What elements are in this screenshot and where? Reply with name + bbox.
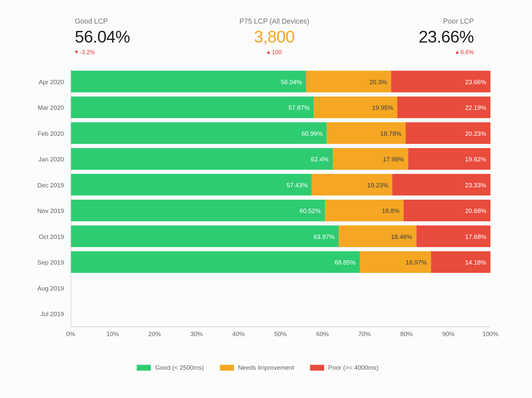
stacked-bar: 62.4%17.98%19.62% bbox=[71, 148, 490, 170]
metric-p75-lcp: P75 LCP (All Devices) 3,800 100 bbox=[239, 18, 309, 56]
x-axis-tick: 60% bbox=[316, 330, 329, 337]
x-axis-tick: 100% bbox=[482, 330, 498, 337]
bar-segment-needs: 20.3% bbox=[306, 71, 391, 93]
bar-segment-poor: 19.62% bbox=[408, 148, 490, 170]
y-axis-label: Jul 2019 bbox=[25, 301, 71, 327]
legend-item-poor: Poor (>= 4000ms) bbox=[310, 364, 378, 371]
arrow-up-icon bbox=[456, 51, 459, 54]
bar-segment-poor: 14.18% bbox=[431, 251, 490, 273]
bar-segment-poor: 22.19% bbox=[397, 97, 490, 118]
metric-delta: 6.6% bbox=[456, 49, 474, 55]
bar-segment-needs: 16.97% bbox=[360, 251, 431, 273]
bar-segment-poor: 20.68% bbox=[404, 200, 490, 221]
y-axis-labels: Apr 2020Mar 2020Feb 2020Jan 2020Dec 2019… bbox=[25, 69, 71, 326]
x-axis-tick: 70% bbox=[358, 330, 371, 337]
x-axis: 0%10%20%30%40%50%60%70%80%90%100% bbox=[71, 326, 491, 339]
metric-value: 23.66% bbox=[419, 28, 474, 46]
x-axis-tick: 30% bbox=[190, 330, 203, 337]
metric-delta: -3.2% bbox=[75, 49, 95, 55]
bar-row: 60.99%18.78%20.23% bbox=[71, 120, 490, 146]
x-axis-tick: 50% bbox=[274, 330, 287, 337]
y-axis-label: Aug 2019 bbox=[25, 275, 71, 301]
stacked-bar: 68.85%16.97%14.18% bbox=[71, 251, 490, 273]
bar-segment-good: 57.87% bbox=[71, 97, 314, 118]
x-axis-tick: 90% bbox=[442, 330, 455, 337]
chart-bars: 56.04%20.3%23.66%57.87%19.95%22.19%60.99… bbox=[71, 69, 491, 326]
lcp-stacked-bar-chart: Apr 2020Mar 2020Feb 2020Jan 2020Dec 2019… bbox=[25, 69, 490, 371]
bar-segment-needs: 19.23% bbox=[312, 174, 393, 196]
bar-segment-good: 63.87% bbox=[71, 226, 339, 247]
metric-label: Poor LCP bbox=[443, 18, 474, 26]
arrow-up-icon bbox=[267, 51, 270, 54]
legend-swatch-icon bbox=[137, 365, 151, 371]
stacked-bar: 60.99%18.78%20.23% bbox=[71, 122, 490, 144]
x-axis-tick: 20% bbox=[148, 330, 161, 337]
lcp-dashboard: Good LCP 56.04% -3.2% P75 LCP (All Devic… bbox=[0, 0, 532, 398]
bar-segment-needs: 18.8% bbox=[325, 200, 404, 221]
chart-plot: Apr 2020Mar 2020Feb 2020Jan 2020Dec 2019… bbox=[25, 69, 490, 326]
y-axis-label: Mar 2020 bbox=[25, 95, 71, 120]
x-axis-tick: 0% bbox=[66, 330, 75, 337]
bar-row: 63.87%18.46%17.68% bbox=[71, 223, 490, 249]
stacked-bar: 57.43%19.23%23.33% bbox=[71, 174, 490, 196]
metric-good-lcp: Good LCP 56.04% -3.2% bbox=[75, 18, 130, 56]
bar-segment-needs: 17.98% bbox=[333, 148, 408, 170]
metric-header: Good LCP 56.04% -3.2% P75 LCP (All Devic… bbox=[75, 18, 474, 56]
bar-segment-poor: 23.66% bbox=[391, 71, 490, 93]
chart-legend: Good (< 2500ms) Needs Improvement Poor (… bbox=[25, 364, 490, 371]
bar-segment-needs: 19.95% bbox=[314, 97, 398, 118]
stacked-bar: 56.04%20.3%23.66% bbox=[71, 71, 490, 93]
y-axis-label: Jan 2020 bbox=[25, 146, 71, 172]
legend-label: Needs Improvement bbox=[238, 364, 294, 371]
x-axis-tick: 40% bbox=[232, 330, 245, 337]
y-axis-label: Dec 2019 bbox=[25, 172, 71, 198]
arrow-down-icon bbox=[75, 51, 78, 54]
x-axis-tick: 10% bbox=[106, 330, 119, 337]
legend-label: Good (< 2500ms) bbox=[155, 364, 204, 371]
bar-row: 62.4%17.98%19.62% bbox=[71, 146, 490, 172]
bar-segment-good: 60.99% bbox=[71, 122, 327, 144]
metric-poor-lcp: Poor LCP 23.66% 6.6% bbox=[419, 18, 474, 56]
legend-item-needs: Needs Improvement bbox=[220, 364, 294, 371]
bar-row: 57.87%19.95%22.19% bbox=[71, 95, 490, 120]
legend-item-good: Good (< 2500ms) bbox=[137, 364, 204, 371]
legend-swatch-icon bbox=[310, 365, 324, 371]
y-axis-label: Apr 2020 bbox=[25, 69, 71, 95]
y-axis-label: Nov 2019 bbox=[25, 198, 71, 224]
bar-row bbox=[71, 275, 490, 301]
bar-segment-poor: 23.33% bbox=[393, 174, 490, 196]
bar-segment-needs: 18.78% bbox=[327, 122, 406, 144]
bar-segment-needs: 18.46% bbox=[339, 226, 416, 247]
metric-value: 56.04% bbox=[75, 28, 130, 46]
y-axis-label: Feb 2020 bbox=[25, 120, 71, 146]
bar-row: 68.85%16.97%14.18% bbox=[71, 249, 490, 275]
bar-segment-good: 68.85% bbox=[71, 251, 360, 273]
bar-segment-good: 56.04% bbox=[71, 71, 306, 93]
stacked-bar: 57.87%19.95%22.19% bbox=[71, 97, 490, 118]
metric-delta-value: 6.6% bbox=[461, 49, 474, 55]
x-axis-tick: 80% bbox=[400, 330, 413, 337]
metric-delta-value: -3.2% bbox=[80, 49, 95, 55]
bar-segment-poor: 17.68% bbox=[416, 226, 490, 247]
metric-delta: 100 bbox=[267, 49, 282, 55]
y-axis-label: Sep 2019 bbox=[25, 249, 71, 275]
stacked-bar: 63.87%18.46%17.68% bbox=[71, 226, 490, 247]
bar-row: 57.43%19.23%23.33% bbox=[71, 172, 490, 198]
y-axis-label: Oct 2019 bbox=[25, 223, 71, 249]
metric-value: 3,800 bbox=[254, 28, 295, 46]
metric-delta-value: 100 bbox=[272, 49, 282, 55]
bar-row bbox=[71, 301, 490, 327]
stacked-bar: 60.52%18.8%20.68% bbox=[71, 200, 490, 221]
bar-row: 56.04%20.3%23.66% bbox=[71, 69, 490, 95]
bar-segment-good: 57.43% bbox=[71, 174, 312, 196]
bar-row: 60.52%18.8%20.68% bbox=[71, 198, 490, 224]
legend-swatch-icon bbox=[220, 365, 234, 371]
legend-label: Poor (>= 4000ms) bbox=[328, 364, 378, 371]
metric-label: Good LCP bbox=[75, 18, 108, 26]
bar-segment-good: 62.4% bbox=[71, 148, 333, 170]
metric-label: P75 LCP (All Devices) bbox=[239, 18, 309, 26]
bar-segment-poor: 20.23% bbox=[406, 122, 490, 144]
bar-segment-good: 60.52% bbox=[71, 200, 325, 221]
